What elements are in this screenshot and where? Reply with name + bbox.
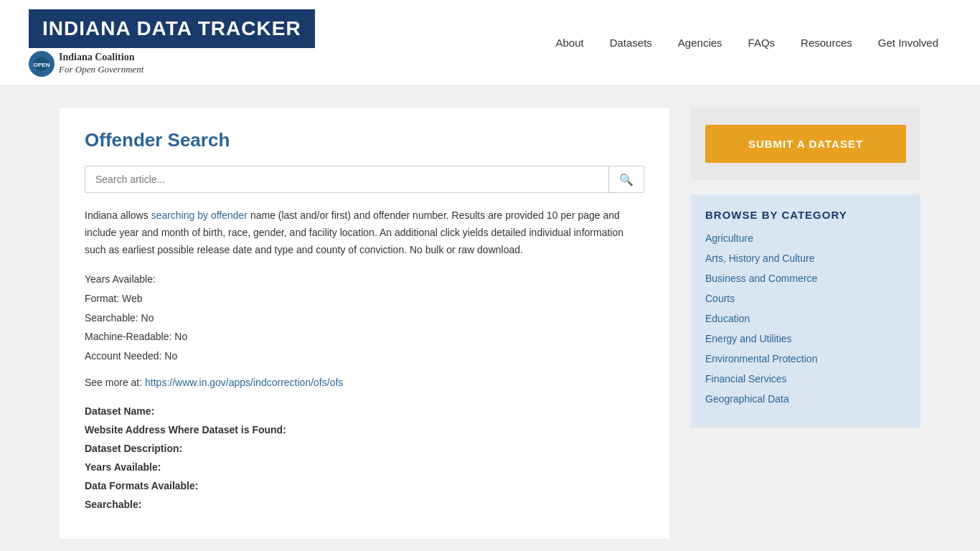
meta-format: Format: Web: [85, 289, 644, 309]
list-item: Courts: [705, 293, 906, 304]
meta-machine-readable: Machine-Readable: No: [85, 327, 644, 347]
meta-account: Account Needed: No: [85, 347, 644, 366]
meta-info: Years Available: Format: Web Searchable:…: [85, 270, 644, 365]
description-text: Indiana allows searching by offender nam…: [85, 207, 644, 258]
list-item: Agriculture: [705, 232, 906, 244]
category-environmental[interactable]: Environmental Protection: [705, 353, 817, 364]
logo-title: INDIANA DATA TRACKER: [29, 9, 315, 48]
field-dataset-name: Dataset Name:: [85, 405, 644, 417]
coalition-text: Indiana CoalitionFor Open Government: [59, 51, 143, 76]
page-title: Offender Search: [85, 129, 644, 151]
nav-get-involved[interactable]: Get Involved: [865, 31, 951, 55]
list-item: Environmental Protection: [705, 353, 906, 364]
logo-icon: OPEN: [29, 51, 55, 77]
category-energy[interactable]: Energy and Utilities: [705, 333, 792, 344]
nav-datasets[interactable]: Datasets: [597, 31, 665, 55]
see-more: See more at: https://www.in.gov/apps/ind…: [85, 377, 644, 388]
field-data-formats: Data Formats Available:: [85, 480, 644, 491]
search-bar: 🔍: [85, 166, 644, 193]
list-item: Business and Commerce: [705, 273, 906, 284]
nav-about[interactable]: About: [542, 31, 596, 55]
category-box: BROWSE BY CATEGORY Agriculture Arts, His…: [691, 194, 920, 428]
logo-area: INDIANA DATA TRACKER OPEN Indiana Coalit…: [29, 9, 315, 77]
see-more-link[interactable]: https://www.in.gov/apps/indcorrection/of…: [145, 377, 343, 388]
search-input[interactable]: [85, 166, 608, 192]
nav-faqs[interactable]: FAQs: [735, 31, 788, 55]
category-courts[interactable]: Courts: [705, 293, 735, 304]
field-years-available: Years Available:: [85, 461, 644, 473]
category-education[interactable]: Education: [705, 313, 750, 324]
list-item: Geographical Data: [705, 393, 906, 405]
browse-category-title: BROWSE BY CATEGORY: [705, 209, 906, 221]
main-content: Offender Search 🔍 Indiana allows searchi…: [60, 108, 669, 539]
list-item: Energy and Utilities: [705, 333, 906, 344]
nav-agencies[interactable]: Agencies: [665, 31, 735, 55]
field-website-address: Website Address Where Dataset is Found:: [85, 424, 644, 435]
list-item: Arts, History and Culture: [705, 253, 906, 264]
sidebar: SUBMIT A DATASET BROWSE BY CATEGORY Agri…: [691, 108, 920, 539]
description-before: Indiana allows: [85, 209, 151, 221]
search-button[interactable]: 🔍: [608, 166, 644, 192]
list-item: Financial Services: [705, 373, 906, 385]
category-financial[interactable]: Financial Services: [705, 373, 787, 385]
meta-years: Years Available:: [85, 270, 644, 289]
submit-dataset-button[interactable]: SUBMIT A DATASET: [705, 125, 906, 163]
submit-container: SUBMIT A DATASET: [691, 108, 920, 180]
nav-resources[interactable]: Resources: [788, 31, 865, 55]
field-dataset-description: Dataset Description:: [85, 443, 644, 454]
logo-subtitle: OPEN Indiana CoalitionFor Open Governmen…: [29, 51, 143, 77]
page-container: Offender Search 🔍 Indiana allows searchi…: [31, 86, 949, 551]
site-header: INDIANA DATA TRACKER OPEN Indiana Coalit…: [0, 0, 980, 86]
field-searchable: Searchable:: [85, 499, 644, 510]
list-item: Education: [705, 313, 906, 324]
offender-search-link[interactable]: searching by offender: [151, 209, 248, 221]
category-business[interactable]: Business and Commerce: [705, 273, 817, 284]
category-arts[interactable]: Arts, History and Culture: [705, 253, 815, 264]
see-more-prefix: See more at:: [85, 377, 145, 388]
main-nav: About Datasets Agencies FAQs Resources G…: [542, 31, 951, 55]
category-list: Agriculture Arts, History and Culture Bu…: [705, 232, 906, 405]
meta-searchable: Searchable: No: [85, 309, 644, 328]
category-agriculture[interactable]: Agriculture: [705, 232, 753, 244]
svg-text:OPEN: OPEN: [34, 62, 50, 68]
category-geographical[interactable]: Geographical Data: [705, 393, 789, 405]
